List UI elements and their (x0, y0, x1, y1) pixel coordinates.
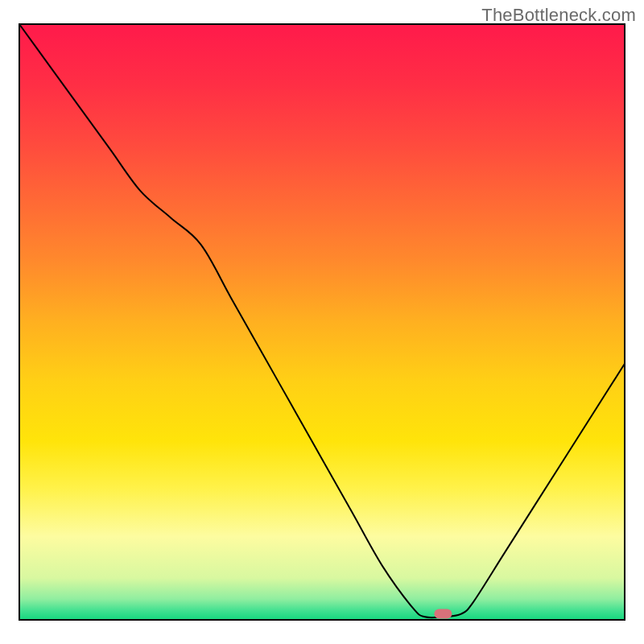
chart-background (19, 24, 625, 620)
watermark-text: TheBottleneck.com (481, 5, 636, 26)
chart-container: TheBottleneck.com (0, 0, 644, 644)
optimal-marker (434, 609, 452, 619)
bottleneck-chart (0, 0, 644, 644)
